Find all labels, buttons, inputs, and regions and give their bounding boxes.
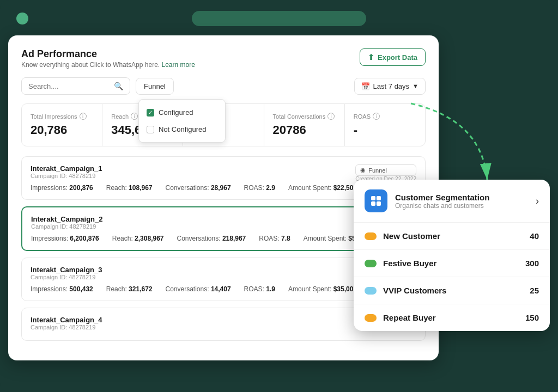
chevron-right-icon[interactable]: › [536, 195, 539, 207]
page-subtitle: Know everything about Click to WhatsApp … [21, 61, 195, 69]
metric-total-impressions: Total Impressions i 20,786 [22, 104, 102, 146]
metric-total-conversations: Total Conversations i 20786 [264, 104, 345, 146]
campaign-name: Interakt_Campaign_4 [31, 316, 102, 324]
date-range-button[interactable]: 📅 Last 7 days ▼ [354, 78, 426, 95]
campaign-id: Campaign ID: 48278219 [31, 324, 102, 330]
svg-rect-2 [377, 196, 381, 200]
segment-row[interactable]: VVIP Customers 25 [354, 277, 550, 304]
export-button[interactable]: ⬆ Export Data [360, 48, 426, 66]
stat-item: Conversations: 14,407 [166, 285, 231, 293]
segment-row[interactable]: Repeat Buyer 150 [354, 304, 550, 331]
stat-item: Conversations: 218,967 [177, 235, 246, 242]
info-icon-roas[interactable]: i [373, 113, 380, 120]
segment-count: 150 [525, 313, 539, 322]
stat-item: Conversations: 28,967 [166, 184, 231, 192]
segment-color-dot [365, 314, 377, 322]
learn-more-link[interactable]: Learn more [161, 61, 195, 69]
title-area: Ad Performance Know everything about Cli… [21, 48, 195, 69]
header-row: Ad Performance Know everything about Cli… [21, 48, 426, 69]
stat-item: ROAS: 2.9 [244, 184, 275, 192]
segment-name: Repeat Buyer [383, 313, 436, 322]
stat-item: Impressions: 500,432 [31, 285, 93, 293]
svg-rect-3 [371, 201, 375, 206]
segmentation-panel: Customer Segmentation Organise chats and… [354, 180, 550, 331]
segment-name: Festive Buyer [383, 259, 436, 268]
info-icon-reach[interactable]: i [131, 113, 138, 120]
campaign-header: Interakt_Campaign_1 Campaign ID: 4827821… [31, 164, 416, 182]
segment-rows: New Customer 40 Festive Buyer 300 VVIP C… [354, 223, 550, 331]
campaign-id: Campaign ID: 48278219 [31, 173, 102, 179]
top-search-bar [192, 11, 366, 26]
search-input[interactable] [28, 82, 110, 90]
campaign-name: Interakt_Campaign_1 [31, 164, 102, 173]
svg-rect-1 [371, 196, 375, 200]
stat-item: Reach: 321,672 [106, 285, 153, 293]
stat-item: Impressions: 6,200,876 [31, 235, 99, 242]
stat-item: Impressions: 200,876 [31, 184, 93, 192]
campaign-id: Campaign ID: 48278219 [31, 223, 103, 230]
top-bar [0, 11, 558, 26]
svg-rect-4 [377, 201, 381, 206]
info-icon-impressions[interactable]: i [80, 113, 87, 120]
segment-row[interactable]: New Customer 40 [354, 223, 550, 250]
funnel-dropdown: ✓ Configured Not Configured [138, 99, 226, 143]
stat-item: Reach: 108,967 [106, 184, 153, 192]
search-icon: 🔍 [114, 82, 123, 90]
segment-count: 40 [530, 231, 539, 241]
funnel-tag: ◉ Funnel [355, 164, 416, 176]
segmentation-header[interactable]: Customer Segmentation Organise chats and… [354, 180, 550, 223]
segment-count: 25 [530, 286, 539, 295]
stat-item: Amount Spent: $22,500 [288, 184, 357, 192]
dropdown-item-not-configured[interactable]: Not Configured [139, 121, 225, 138]
segment-name: New Customer [383, 231, 440, 241]
campaign-name: Interakt_Campaign_2 [31, 215, 103, 223]
segment-color-dot [365, 260, 377, 267]
top-dot [16, 13, 28, 24]
segment-color-dot [365, 287, 377, 295]
not-configured-checkbox[interactable] [147, 126, 154, 133]
calendar-icon: 📅 [361, 82, 370, 90]
campaign-id: Campaign ID: 48278219 [31, 274, 102, 280]
stat-item: Amount Spent: $35,000 [288, 285, 357, 293]
controls-row: 🔍 Funnel ✓ Configured Not Configured 📅 L… [21, 77, 426, 95]
segmentation-icon-box [365, 189, 387, 212]
segment-count: 300 [525, 259, 539, 268]
chevron-down-icon: ▼ [413, 83, 418, 89]
segment-color-dot [365, 232, 377, 240]
stat-item: Reach: 2,308,967 [112, 235, 164, 242]
segment-row[interactable]: Festive Buyer 300 [354, 250, 550, 277]
search-box[interactable]: 🔍 [21, 77, 130, 95]
dropdown-item-configured[interactable]: ✓ Configured [139, 104, 225, 121]
funnel-button[interactable]: Funnel [136, 78, 174, 95]
configured-checkbox[interactable]: ✓ [147, 109, 154, 117]
segmentation-title: Customer Segmentation [395, 193, 489, 202]
page-title: Ad Performance [21, 48, 195, 60]
campaign-name: Interakt_Campaign_3 [31, 266, 102, 274]
segmentation-subtitle: Organise chats and customers [395, 202, 489, 210]
metric-roas: ROAS i - [345, 104, 425, 146]
funnel-icon: ◉ [360, 167, 366, 174]
segmentation-icon [369, 194, 383, 207]
segment-name: VVIP Customers [383, 286, 446, 295]
info-icon-conversations[interactable]: i [327, 113, 335, 120]
stat-item: ROAS: 1.9 [244, 285, 275, 293]
upload-icon: ⬆ [368, 53, 374, 62]
stat-item: ROAS: 7.8 [259, 235, 290, 242]
